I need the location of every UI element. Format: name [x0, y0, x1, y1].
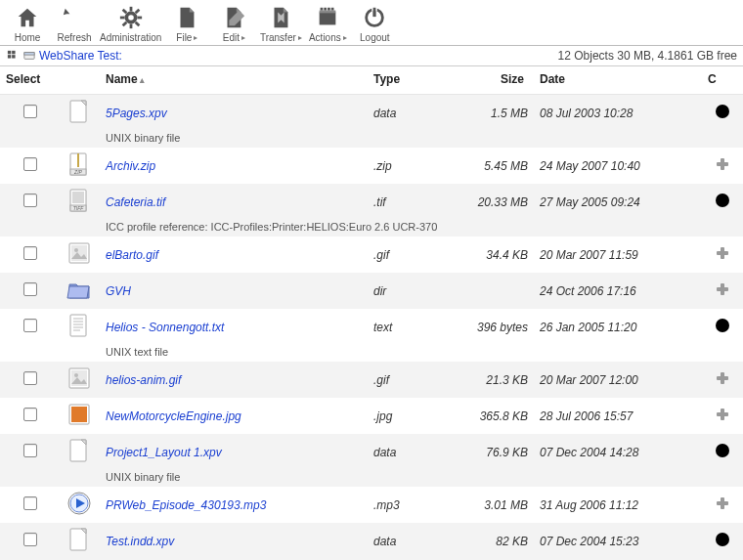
- file-type: .zip: [368, 148, 440, 184]
- file-type: text: [368, 309, 440, 345]
- row-checkbox[interactable]: [23, 371, 37, 385]
- table-row: Archiv.zip.zip5.45 MB24 May 2007 10:40: [0, 148, 743, 184]
- file-name-link[interactable]: Cafeteria.tif: [106, 195, 165, 209]
- file-name-link[interactable]: PRWeb_Episode_430193.mp3: [106, 498, 266, 512]
- file-date: 20 Mar 2007 11:59: [534, 237, 702, 273]
- admin-icon: [117, 4, 145, 31]
- svg-rect-0: [8, 51, 11, 54]
- file-size: 365.8 KB: [440, 398, 534, 434]
- table-row-detail: ICC profile reference: ICC-Profiles:Prin…: [0, 220, 743, 237]
- file-date: 24 May 2007 10:40: [534, 148, 702, 184]
- row-checkbox[interactable]: [23, 319, 37, 332]
- info-icon[interactable]: [715, 104, 730, 119]
- col-icon: [61, 66, 100, 95]
- col-type[interactable]: Type: [368, 66, 440, 95]
- svg-rect-2: [8, 55, 11, 58]
- row-checkbox[interactable]: [23, 194, 37, 207]
- file-size: 34.4 KB: [440, 237, 534, 273]
- file-type: data: [368, 434, 440, 470]
- info-icon[interactable]: [715, 443, 730, 458]
- col-size[interactable]: Size: [440, 66, 534, 95]
- file-type: .gif: [368, 237, 440, 273]
- table-row: 5Pages.xpvdata1.5 MB08 Jul 2003 10:28: [0, 95, 743, 132]
- toolbar-admin[interactable]: Administration: [100, 4, 161, 43]
- file-name-link[interactable]: Archiv.zip: [106, 159, 155, 173]
- toolbar-actions-label: Actions: [309, 32, 347, 43]
- toolbar-transfer[interactable]: Transfer: [259, 4, 302, 43]
- table-row: Helios - Sonnengott.txttext396 bytes26 J…: [0, 309, 743, 345]
- row-checkbox[interactable]: [23, 408, 37, 421]
- toolbar-actions[interactable]: Actions: [306, 4, 349, 43]
- col-name[interactable]: Name▴: [100, 66, 368, 95]
- toolbar-file[interactable]: File: [165, 4, 208, 43]
- file-name-link[interactable]: Project1_Layout 1.xpv: [106, 446, 222, 459]
- toolbar-home[interactable]: Home: [6, 4, 49, 43]
- toolbar-refresh-label: Refresh: [57, 32, 91, 43]
- file-size: 1.5 MB: [440, 95, 534, 132]
- file-name-link[interactable]: helios-anim.gif: [106, 373, 181, 387]
- file-detail-text: UNIX text file: [100, 345, 743, 362]
- file-type-icon: [66, 366, 92, 391]
- info-icon[interactable]: [715, 193, 730, 208]
- file-size: 76.9 KB: [440, 434, 534, 470]
- table-row-detail: UNIX binary file: [0, 131, 743, 148]
- share-root-icon[interactable]: [22, 49, 36, 63]
- toolbar: HomeRefreshAdministrationFileEditTransfe…: [0, 0, 743, 46]
- row-checkbox[interactable]: [23, 105, 37, 118]
- file-type: .jpg: [368, 398, 440, 434]
- table-row: Project1_Layout 1.xpvdata76.9 KB07 Dec 2…: [0, 434, 743, 470]
- toolbar-logout[interactable]: Logout: [353, 4, 396, 43]
- col-action[interactable]: C: [702, 66, 743, 95]
- toolbar-home-label: Home: [15, 32, 41, 43]
- table-row: GVHdir24 Oct 2006 17:16: [0, 273, 743, 309]
- file-size: 82 KB: [440, 523, 534, 559]
- table-row-detail: UNIX text file: [0, 345, 743, 362]
- add-icon[interactable]: [715, 370, 730, 386]
- row-checkbox[interactable]: [23, 246, 37, 260]
- info-icon[interactable]: [715, 532, 730, 547]
- col-date[interactable]: Date: [534, 66, 702, 95]
- file-type-icon: [66, 402, 92, 427]
- info-icon[interactable]: [715, 318, 730, 333]
- table-row: PRWeb_Episode_430193.mp3.mp33.01 MB31 Au…: [0, 487, 743, 523]
- row-checkbox[interactable]: [23, 157, 37, 171]
- path-bar: WebShare Test: 12 Objects 30 MB, 4.1861 …: [0, 46, 743, 66]
- grid-view-icon[interactable]: [6, 49, 20, 63]
- toolbar-admin-label: Administration: [100, 32, 161, 43]
- file-name-link[interactable]: 5Pages.xpv: [106, 107, 167, 120]
- row-checkbox[interactable]: [23, 444, 37, 457]
- file-size: 20.33 MB: [440, 184, 534, 220]
- file-name-link[interactable]: elBarto.gif: [106, 248, 158, 262]
- logout-icon: [361, 4, 388, 31]
- row-checkbox[interactable]: [23, 496, 37, 510]
- toolbar-transfer-label: Transfer: [260, 32, 302, 43]
- toolbar-edit-label: Edit: [223, 32, 245, 43]
- file-type: data: [368, 95, 440, 132]
- file-name-link[interactable]: NewMotorcycleEngine.jpg: [106, 409, 241, 423]
- add-icon[interactable]: [715, 156, 730, 172]
- file-listing: Select Name▴ Type Size Date C 5Pages.xpv…: [0, 66, 743, 560]
- status-text: 12 Objects 30 MB, 4.1861 GB free: [558, 49, 737, 63]
- add-icon[interactable]: [715, 281, 730, 297]
- toolbar-edit[interactable]: Edit: [212, 4, 255, 43]
- toolbar-refresh[interactable]: Refresh: [53, 4, 96, 43]
- file-date: 08 Jul 2003 10:28: [534, 95, 702, 132]
- row-checkbox[interactable]: [23, 282, 37, 296]
- file-name-link[interactable]: Test.indd.xpv: [106, 535, 174, 548]
- add-icon[interactable]: [715, 495, 730, 511]
- file-date: 07 Dec 2004 14:28: [534, 434, 702, 470]
- file-type-icon: [66, 151, 92, 177]
- breadcrumb-root[interactable]: WebShare Test:: [39, 49, 122, 63]
- table-row: NewMotorcycleEngine.jpg.jpg365.8 KB28 Ju…: [0, 398, 743, 434]
- col-select[interactable]: Select: [0, 66, 61, 95]
- add-icon[interactable]: [715, 245, 730, 261]
- row-checkbox[interactable]: [23, 533, 37, 546]
- toolbar-file-label: File: [176, 32, 197, 43]
- add-icon[interactable]: [715, 407, 730, 422]
- file-size: 21.3 KB: [440, 362, 534, 398]
- file-date: 31 Aug 2006 11:12: [534, 487, 702, 523]
- toolbar-logout-label: Logout: [360, 32, 390, 43]
- file-name-link[interactable]: Helios - Sonnengott.txt: [106, 321, 224, 334]
- file-size: 396 bytes: [440, 309, 534, 345]
- file-name-link[interactable]: GVH: [106, 284, 131, 298]
